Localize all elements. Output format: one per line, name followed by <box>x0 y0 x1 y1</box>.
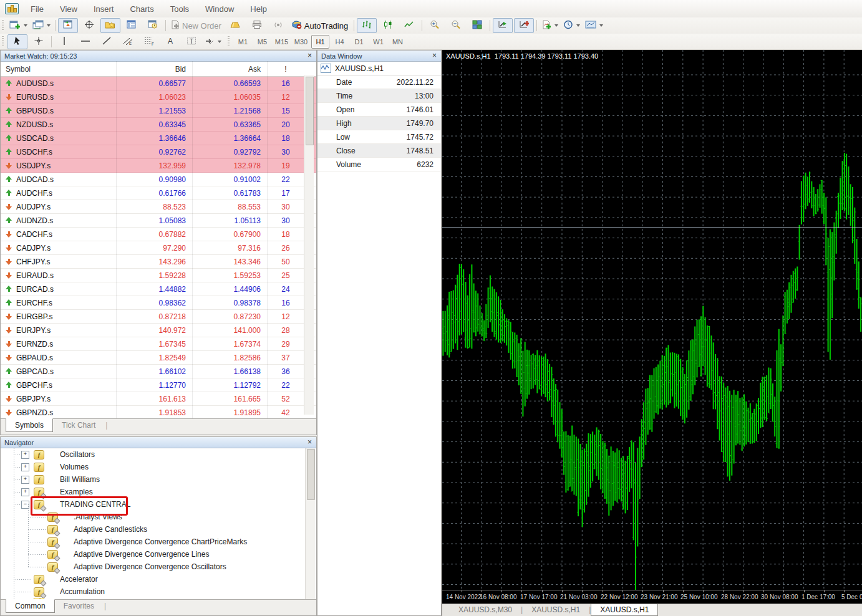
candlestick-button[interactable] <box>378 18 398 33</box>
market-watch-row-GBPAUD.s[interactable]: GBPAUD.s 1.82549 1.82586 37 <box>1 351 316 365</box>
tree-item-oscillators[interactable]: + f Oscillators <box>1 448 306 461</box>
periods-button[interactable] <box>561 18 582 33</box>
chart-shift-end-toggle[interactable] <box>514 18 534 33</box>
profiles-button[interactable] <box>31 18 52 33</box>
trendline-tool[interactable] <box>97 34 117 49</box>
zoom-out-button[interactable] <box>446 18 466 33</box>
line-chart-button[interactable] <box>399 18 419 33</box>
timeframe-m5[interactable]: M5 <box>253 35 271 49</box>
expand-plus-icon[interactable]: + <box>21 463 29 471</box>
timeframe-d1[interactable]: D1 <box>350 35 368 49</box>
expand-plus-icon[interactable]: + <box>21 476 29 484</box>
market-watch-scrollbar[interactable] <box>304 75 314 415</box>
label-tool[interactable]: T <box>182 34 201 49</box>
autotrading-button[interactable]: AutoTrading <box>289 18 351 33</box>
tree-item-accelerator[interactable]: f Accelerator <box>1 573 306 585</box>
timeframe-m30[interactable]: M30 <box>292 35 310 49</box>
timeframe-w1[interactable]: W1 <box>369 35 387 49</box>
text-tool[interactable]: A <box>160 34 180 49</box>
market-watch-row-GBPUSD.s[interactable]: GBPUSD.s 1.21553 1.21568 15 <box>1 104 316 118</box>
tree-item-volumes[interactable]: + f Volumes <box>1 461 306 473</box>
tree-item--analyst-views[interactable]: f .Analyst Views <box>1 511 306 523</box>
menu-charts[interactable]: Charts <box>122 4 162 14</box>
tree-item-adaptive-divergence-convergence-lines[interactable]: f Adaptive Divergence Convergence Lines <box>1 548 306 561</box>
tab-tick-chart[interactable]: Tick Chart <box>53 419 104 431</box>
indicators-button[interactable] <box>540 18 560 33</box>
tree-item-trading-central[interactable]: − f TRADING CENTRAL <box>1 498 306 511</box>
scrollbar-thumb[interactable] <box>307 449 315 500</box>
market-watch-row-GBPCAD.s[interactable]: GBPCAD.s 1.66102 1.66138 36 <box>1 365 316 378</box>
column-header-ask[interactable]: Ask <box>192 65 267 74</box>
market-watch-row-EURCAD.s[interactable]: EURCAD.s 1.44882 1.44906 24 <box>1 282 316 296</box>
market-watch-row-EURNZD.s[interactable]: EURNZD.s 1.67345 1.67374 29 <box>1 337 316 351</box>
market-watch-row-EURGBP.s[interactable]: EURGBP.s 0.87218 0.87230 12 <box>1 310 316 324</box>
market-watch-row-EURAUD.s[interactable]: EURAUD.s 1.59228 1.59253 25 <box>1 269 316 282</box>
menu-file[interactable]: File <box>22 4 52 14</box>
chart-tab-0[interactable]: XAUUSD.s,M30 <box>450 604 521 615</box>
market-watch-row-GBPCHF.s[interactable]: GBPCHF.s 1.12770 1.12792 22 <box>1 378 316 392</box>
tree-item-adaptive-divergence-convergence-chartpricemarks[interactable]: f Adaptive Divergence Convergence ChartP… <box>1 536 306 548</box>
crosshair-tool[interactable] <box>29 34 49 49</box>
market-watch-row-GBPJPY.s[interactable]: GBPJPY.s 161.613 161.665 52 <box>1 392 316 406</box>
timeframe-m1[interactable]: M1 <box>234 35 252 49</box>
chart-canvas[interactable]: XAUUSD.s,H1 1793.11 1794.39 1793.11 1793… <box>442 50 862 590</box>
market-watch-row-AUDUSD.s[interactable]: AUDUSD.s 0.66577 0.66593 16 <box>1 77 316 90</box>
tab-common[interactable]: Common <box>6 599 55 613</box>
new-order-button[interactable]: New Order <box>168 18 225 33</box>
chart-time-axis[interactable]: 14 Nov 202216 Nov 08:0017 Nov 17:0021 No… <box>442 590 862 604</box>
cursor-tool[interactable] <box>7 34 27 49</box>
print-button[interactable] <box>247 18 267 33</box>
bar-chart-button[interactable] <box>357 18 377 33</box>
shapes-tool[interactable] <box>203 34 223 49</box>
market-watch-row-EURJPY.s[interactable]: EURJPY.s 140.972 141.000 28 <box>1 324 316 337</box>
market-watch-row-EURUSD.s[interactable]: EURUSD.s 1.06023 1.06035 12 <box>1 90 316 104</box>
chart-shift-toggle[interactable] <box>58 18 78 33</box>
hline-tool[interactable] <box>75 34 95 49</box>
market-watch-row-USDCHF.s[interactable]: USDCHF.s 0.92762 0.92792 30 <box>1 145 316 159</box>
close-icon[interactable]: × <box>306 52 314 59</box>
tree-item-adaptive-candlesticks[interactable]: f Adaptive Candlesticks <box>1 523 306 536</box>
menu-help[interactable]: Help <box>242 4 275 14</box>
market-watch-row-USDCAD.s[interactable]: USDCAD.s 1.36646 1.36664 18 <box>1 132 316 145</box>
zoom-in-button[interactable] <box>425 18 445 33</box>
channel-tool[interactable]: E <box>118 34 138 49</box>
market-watch-row-CADJPY.s[interactable]: CADJPY.s 97.290 97.316 26 <box>1 241 316 255</box>
auto-scroll-toggle[interactable] <box>79 18 99 33</box>
market-watch-row-AUDCHF.s[interactable]: AUDCHF.s 0.61766 0.61783 17 <box>1 186 316 200</box>
timeframe-m15[interactable]: M15 <box>273 35 291 49</box>
toolbar-grip[interactable] <box>2 36 4 47</box>
expand-plus-icon[interactable]: + <box>21 451 29 459</box>
column-header-spread[interactable]: ! <box>267 65 304 74</box>
toolbar-grip[interactable] <box>2 20 4 31</box>
navigator-scrollbar[interactable] <box>305 448 315 599</box>
market-watch-toggle[interactable] <box>100 18 120 33</box>
menu-window[interactable]: Window <box>197 4 242 14</box>
tab-symbols[interactable]: Symbols <box>6 418 53 432</box>
column-header-bid[interactable]: Bid <box>116 65 192 74</box>
close-icon[interactable]: × <box>306 439 314 446</box>
gold-ingot-button[interactable] <box>226 18 246 33</box>
timeframe-h4[interactable]: H4 <box>331 35 349 49</box>
tree-item-bill-williams[interactable]: + f Bill Williams <box>1 473 306 486</box>
market-watch-row-USDJPY.s[interactable]: USDJPY.s 132.959 132.978 19 <box>1 159 316 173</box>
tree-item-accumulation[interactable]: f Accumulation <box>1 585 306 598</box>
tree-item-examples[interactable]: + f Examples <box>1 486 306 498</box>
timeframe-mn[interactable]: MN <box>389 35 407 49</box>
chart-tab-2[interactable]: XAUUSD.s,H1 <box>591 604 658 616</box>
data-window-toggle[interactable] <box>122 18 142 33</box>
market-watch-row-GBPNZD.s[interactable]: GBPNZD.s 1.91853 1.91895 42 <box>1 406 316 420</box>
close-icon[interactable]: × <box>430 52 438 59</box>
chart-tab-1[interactable]: XAUUSD.s,H1 <box>523 604 589 615</box>
market-watch-row-NZDUSD.s[interactable]: NZDUSD.s 0.63345 0.63365 20 <box>1 118 316 132</box>
vline-tool[interactable] <box>54 34 74 49</box>
column-header-symbol[interactable]: Symbol <box>1 65 116 74</box>
market-watch-row-EURCHF.s[interactable]: EURCHF.s 0.98362 0.98378 16 <box>1 296 316 310</box>
market-watch-row-AUDJPY.s[interactable]: AUDJPY.s 88.523 88.553 30 <box>1 200 316 214</box>
tab-favorites[interactable]: Favorites <box>55 600 103 612</box>
market-watch-row-AUDNZD.s[interactable]: AUDNZD.s 1.05083 1.05113 30 <box>1 214 316 228</box>
new-chart-button[interactable] <box>7 18 29 33</box>
expand-plus-icon[interactable]: + <box>21 488 29 496</box>
menu-view[interactable]: View <box>52 4 85 14</box>
signals-button[interactable] <box>268 18 288 33</box>
auto-scroll-end-toggle[interactable] <box>493 18 513 33</box>
